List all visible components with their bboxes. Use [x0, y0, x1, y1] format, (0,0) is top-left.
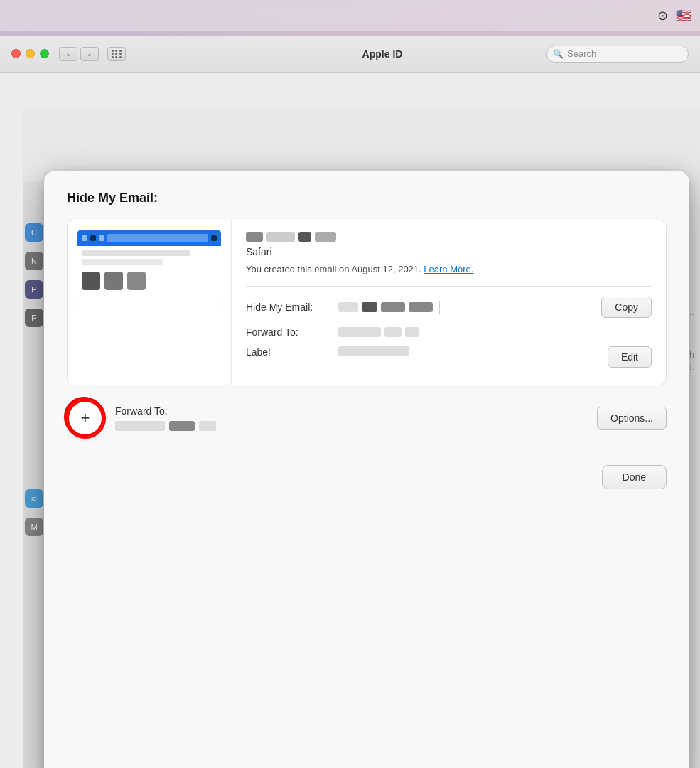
hide-my-email-value — [338, 301, 601, 314]
close-button[interactable] — [11, 49, 21, 58]
menubar: ⊙ 🇺🇸 — [0, 0, 700, 31]
modal-bottom: + Forward To: Options... — [67, 400, 667, 437]
nav-forward-button[interactable]: › — [80, 47, 99, 61]
options-button[interactable]: Options... — [597, 407, 667, 430]
grid-dots-icon — [112, 50, 122, 58]
email-block-3 — [381, 302, 405, 312]
app-icon-3 — [298, 232, 311, 242]
sysprefs-window: ‹ › Apple ID 🔍 Search C N P P iC M — [0, 36, 700, 768]
forward-to-row: Forward To: — [246, 326, 652, 338]
label-field-label: Label — [246, 346, 338, 358]
search-placeholder: Search — [567, 48, 596, 59]
label-block-1 — [338, 346, 409, 356]
traffic-lights — [11, 49, 49, 58]
bfwd-block-3 — [199, 421, 216, 431]
main-content: C N P P iC M Hide My Email: — [23, 108, 700, 768]
entry-app-name: Safari — [246, 246, 652, 257]
divider-1 — [246, 286, 652, 287]
forward-to-value — [338, 327, 652, 337]
safari-icon-2 — [104, 272, 123, 290]
hide-my-email-label: Hide My Email: — [246, 302, 338, 313]
modal-title: Hide My Email: — [67, 191, 667, 206]
nav-buttons: ‹ › — [59, 47, 99, 61]
flag-icon: 🇺🇸 — [676, 8, 691, 23]
safari-bar-1 — [82, 250, 190, 256]
email-entry-card: Safari You created this email on August … — [67, 220, 667, 385]
bottom-forward-to-section: Forward To: — [115, 405, 586, 431]
safari-content — [77, 246, 221, 305]
email-entry-thumbnail — [68, 220, 231, 385]
safari-dot-4 — [211, 235, 217, 241]
app-icon-1 — [246, 232, 263, 242]
minimize-button[interactable] — [26, 49, 35, 58]
fwd-block-2 — [384, 327, 402, 337]
email-entry-details: Safari You created this email on August … — [231, 220, 666, 385]
app-icon-2 — [266, 232, 295, 242]
modal-dialog: Hide My Email: — [44, 171, 689, 768]
label-value — [338, 346, 608, 356]
grid-view-button[interactable] — [107, 47, 126, 61]
nav-back-button[interactable]: ‹ — [59, 47, 77, 61]
entry-created-text: You created this email on August 12, 202… — [246, 263, 652, 276]
created-text-content: You created this email on August 12, 202… — [246, 264, 421, 274]
safari-icon-1 — [82, 272, 100, 290]
search-icon: 🔍 — [553, 49, 564, 59]
safari-icons-row — [82, 272, 217, 290]
safari-url-box — [107, 234, 208, 242]
safari-dot-2 — [90, 235, 96, 241]
fwd-block-3 — [405, 327, 419, 337]
titlebar: ‹ › Apple ID 🔍 Search — [0, 36, 700, 73]
email-separator — [439, 301, 440, 314]
safari-bar-2 — [82, 259, 163, 265]
add-email-button[interactable]: + — [67, 400, 104, 437]
safari-dot-1 — [82, 235, 87, 241]
modal-overlay: Hide My Email: — [23, 108, 700, 768]
hide-my-email-row: Hide My Email: Copy — [246, 297, 652, 318]
email-block-1 — [338, 302, 358, 312]
search-bar[interactable]: 🔍 Search — [546, 46, 689, 63]
email-block-4 — [409, 302, 433, 312]
email-block-2 — [362, 302, 377, 312]
maximize-button[interactable] — [40, 49, 49, 58]
add-button-container: + — [67, 400, 104, 437]
done-button[interactable]: Done — [602, 465, 667, 489]
app-icon-4 — [315, 232, 336, 242]
target-icon: ⊙ — [655, 8, 670, 23]
label-row: Label Edit — [246, 346, 652, 368]
copy-button[interactable]: Copy — [601, 297, 652, 318]
bfwd-block-2 — [169, 421, 195, 431]
fwd-block-1 — [338, 327, 381, 337]
bottom-forward-to-value — [115, 421, 586, 431]
safari-icon-3 — [127, 272, 146, 290]
bottom-forward-to-label: Forward To: — [115, 405, 586, 417]
edit-button[interactable]: Edit — [608, 346, 652, 368]
safari-dot-3 — [99, 235, 104, 241]
safari-thumbnail — [77, 230, 221, 305]
safari-top-bar — [77, 230, 221, 246]
learn-more-link[interactable]: Learn More. — [424, 264, 473, 274]
forward-to-label: Forward To: — [246, 326, 338, 338]
app-icons-row — [246, 232, 652, 242]
bfwd-block-1 — [115, 421, 165, 431]
